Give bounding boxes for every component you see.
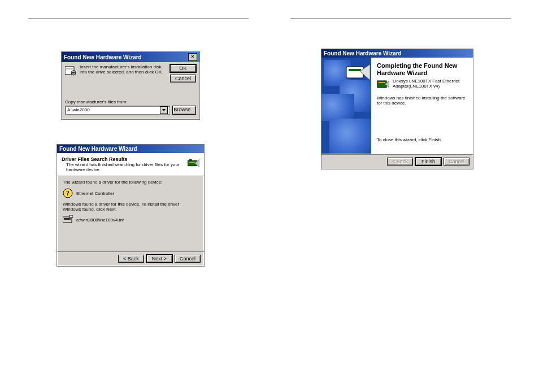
path-combo[interactable]: A:\win2000	[65, 106, 170, 115]
cancel-button: Cancel	[444, 158, 470, 165]
svg-rect-5	[189, 159, 192, 160]
device-name: Ethernet Controller	[76, 191, 114, 196]
svg-rect-17	[379, 82, 385, 83]
hardware-side-icon	[345, 61, 370, 84]
cancel-button[interactable]: Cancel	[175, 255, 201, 263]
hardware-icon	[187, 156, 199, 170]
floppy-icon	[63, 215, 73, 224]
completing-heading: Completing the Found New Hardware Wizard	[377, 62, 467, 76]
window-title: Found New Hardware Wizard	[324, 50, 402, 56]
network-card-icon	[377, 79, 389, 90]
titlebar[interactable]: Found New Hardware Wizard	[57, 145, 204, 153]
install-instruction: Windows found a driver for this device. …	[63, 202, 198, 212]
finished-message: Windows has finished installing the soft…	[377, 95, 467, 106]
close-icon[interactable]: ×	[188, 53, 197, 61]
finish-button[interactable]: Finish	[415, 158, 441, 165]
instruction-text: Insert the manufacturer's installation d…	[80, 64, 167, 82]
device-name: Linksys LNE100TX Fast Ethernet Adapter(L…	[393, 79, 467, 89]
driver-search-results-dialog: Found New Hardware Wizard Driver Files S…	[56, 144, 205, 267]
window-title: Found New Hardware Wizard	[59, 146, 137, 152]
titlebar[interactable]: Found New Hardware Wizard	[321, 49, 473, 58]
svg-rect-12	[69, 215, 73, 217]
svg-rect-6	[189, 162, 195, 163]
closing-instruction: To close this wizard, click Finish.	[377, 137, 467, 142]
svg-rect-14	[349, 69, 361, 71]
ok-button[interactable]: OK	[170, 64, 196, 72]
header-title: Driver Files Search Results	[62, 156, 184, 162]
titlebar[interactable]: Found New Hardware Wizard ×	[62, 52, 199, 62]
svg-rect-3	[72, 72, 75, 73]
browse-button[interactable]: Browse...	[172, 106, 196, 115]
header-rule-left	[28, 18, 249, 19]
chevron-down-icon[interactable]	[160, 106, 168, 114]
wizard-side-graphic	[321, 58, 371, 154]
svg-text:?: ?	[66, 189, 69, 197]
next-button[interactable]: Next >	[146, 255, 172, 263]
header-rule-right	[290, 18, 511, 19]
path-value: A:\win2000	[67, 106, 90, 114]
back-button: < Back	[387, 158, 413, 165]
header-subtitle: The wizard has finished searching for dr…	[66, 162, 184, 172]
driver-path: a:\win2000\lne100v4.inf	[76, 217, 124, 223]
svg-rect-11	[64, 218, 71, 220]
back-button[interactable]: < Back	[118, 255, 144, 263]
window-title: Found New Hardware Wizard	[64, 54, 142, 60]
cancel-button[interactable]: Cancel	[170, 75, 196, 82]
found-new-hardware-copy-files-dialog: Found New Hardware Wizard × Insert the m…	[61, 51, 200, 120]
found-driver-text: The wizard found a driver for the follow…	[63, 180, 198, 185]
question-icon: ?	[63, 188, 73, 198]
disk-icon	[65, 66, 76, 76]
svg-rect-1	[66, 68, 73, 69]
copy-from-label: Copy manufacturer's files from:	[65, 99, 196, 104]
completing-wizard-dialog: Found New Hardware Wizard Completing the…	[321, 49, 473, 169]
